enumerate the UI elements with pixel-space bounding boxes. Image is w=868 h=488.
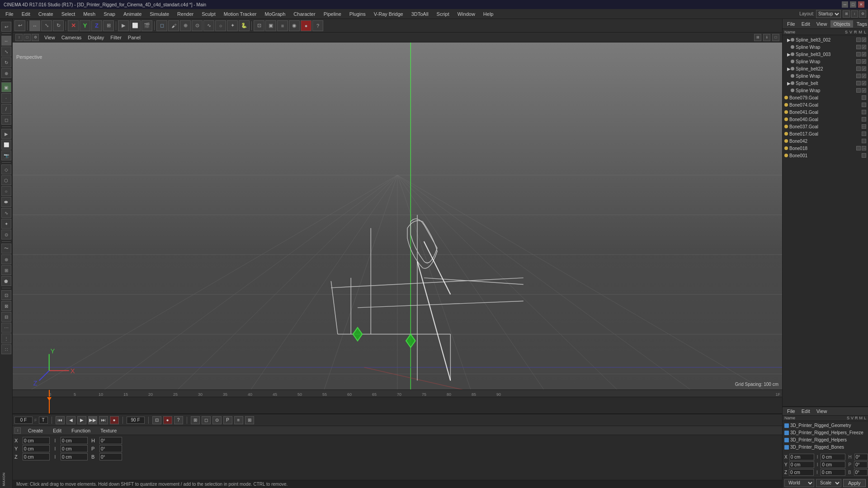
obj-check-v[interactable]: ✓: [862, 88, 866, 93]
obj-check-v[interactable]: ✓: [862, 81, 866, 85]
tb-texture-paint[interactable]: 🖌: [168, 20, 179, 31]
rotate-tool-icon[interactable]: ↻: [1, 57, 11, 67]
tb-python[interactable]: 🐍: [239, 20, 250, 31]
go-to-start-button[interactable]: ⏮: [56, 416, 65, 424]
attr-x-pos[interactable]: [789, 454, 814, 460]
ix-position-input[interactable]: [61, 437, 88, 444]
tool3-icon[interactable]: ⊟: [1, 312, 11, 322]
cylinder-icon[interactable]: ⬬: [1, 197, 11, 207]
tb-render2[interactable]: ⬜: [130, 20, 141, 31]
header-icon-1[interactable]: ⊞: [843, 10, 850, 18]
obj-tab-objects[interactable]: Objects: [830, 20, 853, 28]
menu-3dtoall[interactable]: 3DToAll: [408, 10, 432, 18]
transport-icon-9[interactable]: ⊞: [245, 416, 254, 424]
model-icon[interactable]: ▣: [1, 82, 11, 92]
z-position-input[interactable]: [23, 453, 50, 460]
vp-filter-menu[interactable]: Filter: [108, 34, 124, 41]
menu-character[interactable]: Character: [290, 10, 319, 18]
render-to-picture-icon[interactable]: 📷: [1, 150, 11, 160]
menu-sculpt[interactable]: Sculpt: [198, 10, 219, 18]
obj-check-s[interactable]: [856, 66, 861, 71]
vp-settings-icon[interactable]: ⚙: [32, 34, 39, 41]
attr-obj-helpers-freeze[interactable]: 3D_Printer_Rigged_Helpers_Freeze: [784, 429, 866, 436]
maximize-button[interactable]: □: [850, 1, 856, 8]
menu-mesh[interactable]: Mesh: [80, 10, 99, 18]
sphere-icon[interactable]: ○: [1, 186, 11, 196]
obj-bone037-goal[interactable]: Bone037.Goal ⋯: [783, 123, 868, 130]
poly-icon[interactable]: ◻: [1, 115, 11, 125]
attr-z-scale[interactable]: [821, 469, 845, 476]
tool5-icon[interactable]: ⋮: [1, 333, 11, 343]
obj-check-s[interactable]: [856, 88, 861, 93]
p-rotation-input[interactable]: [99, 445, 122, 452]
obj-spline-belt3-003[interactable]: ▶ Spline_belt3_003 ✓: [783, 51, 868, 58]
menu-snap[interactable]: Snap: [100, 10, 119, 18]
obj-spline-belt3-002[interactable]: ▶ Spline_belt3_002 ✓: [783, 36, 868, 43]
tb-question[interactable]: ?: [312, 20, 323, 31]
playback-speed-input[interactable]: [39, 417, 48, 424]
menu-script[interactable]: Script: [433, 10, 453, 18]
timeline-track[interactable]: [13, 397, 782, 414]
menu-window[interactable]: Window: [454, 10, 479, 18]
vp-view-menu[interactable]: View: [42, 34, 58, 41]
x-position-input[interactable]: [23, 437, 50, 444]
obj-check-s[interactable]: [862, 95, 866, 100]
edge-icon[interactable]: /: [1, 104, 11, 114]
iz-position-input[interactable]: [61, 453, 88, 460]
obj-check-v[interactable]: →: [862, 146, 866, 150]
step-back-button[interactable]: ◀: [66, 416, 75, 424]
tb-layer[interactable]: ≡: [277, 20, 288, 31]
header-icon-3[interactable]: ⚙: [859, 10, 866, 18]
minimize-button[interactable]: ─: [842, 1, 848, 8]
attr-y-pos[interactable]: [789, 461, 814, 468]
menu-edit[interactable]: Edit: [18, 10, 34, 18]
obj-check-s[interactable]: [856, 74, 861, 78]
tool1-icon[interactable]: ⊡: [1, 290, 11, 300]
menu-vray[interactable]: V-Ray Bridge: [370, 10, 407, 18]
go-to-end-button[interactable]: ⏭: [99, 416, 108, 424]
tb-render1[interactable]: ▶: [118, 20, 129, 31]
attr-tab-view[interactable]: View: [814, 408, 830, 415]
obj-spline-wrap-1[interactable]: Spline Wrap ✓: [783, 43, 868, 51]
tab-create[interactable]: Create: [24, 427, 47, 434]
obj-bone041-goal[interactable]: Bone041.Goal: [783, 108, 868, 116]
menu-select[interactable]: Select: [58, 10, 79, 18]
attr-p-val[interactable]: [854, 461, 868, 468]
tb-light-icon[interactable]: ✦: [227, 20, 238, 31]
tb-anim[interactable]: ◉: [289, 20, 300, 31]
layout-dropdown[interactable]: Startup: [816, 10, 841, 18]
obj-check-s[interactable]: [856, 45, 861, 49]
tb-x-sym[interactable]: ✕: [68, 20, 79, 31]
vp-cameras-menu[interactable]: Cameras: [59, 34, 85, 41]
tab-texture[interactable]: Texture: [96, 427, 121, 434]
h-rotation-input[interactable]: [99, 437, 122, 444]
tb-world[interactable]: ⊞: [103, 20, 114, 31]
tb-bend[interactable]: ∿: [203, 20, 214, 31]
vp-icon-3[interactable]: □: [772, 34, 779, 41]
vp-icon-1[interactable]: ⊞: [754, 34, 761, 41]
end-frame-input[interactable]: [127, 417, 145, 424]
obj-check-s[interactable]: [862, 103, 866, 107]
b-rotation-input[interactable]: [99, 453, 122, 460]
menu-animate[interactable]: Animate: [120, 10, 145, 18]
obj-spline-belt22[interactable]: ▶ Spline_belt22 ✓: [783, 65, 868, 72]
cube-icon[interactable]: ⬡: [1, 175, 11, 185]
obj-spline-wrap-3[interactable]: Spline Wrap ✓: [783, 72, 868, 80]
obj-check-s[interactable]: [856, 146, 861, 150]
tag-icon[interactable]: ⊞: [1, 265, 11, 275]
render-icon[interactable]: ⬜: [1, 140, 11, 150]
tb-undo[interactable]: ↩: [14, 20, 25, 31]
effector-icon[interactable]: ⊛: [1, 254, 11, 264]
point-icon[interactable]: ·: [1, 93, 11, 103]
menu-create[interactable]: Create: [35, 10, 57, 18]
render-view-icon[interactable]: ▶: [1, 129, 11, 139]
transport-icon-6[interactable]: ⊙: [212, 416, 222, 424]
menu-render[interactable]: Render: [174, 10, 197, 18]
attr-b-val[interactable]: [854, 469, 868, 476]
scale-tool-icon[interactable]: ⤡: [1, 47, 11, 56]
vp-display-menu[interactable]: Display: [85, 34, 107, 41]
transport-red-dot[interactable]: ●: [163, 416, 172, 424]
obj-bone040-goal[interactable]: Bone040.Goal: [783, 116, 868, 123]
obj-check-v[interactable]: ✓: [862, 59, 866, 64]
transport-icon-1[interactable]: ⊡: [152, 416, 161, 424]
